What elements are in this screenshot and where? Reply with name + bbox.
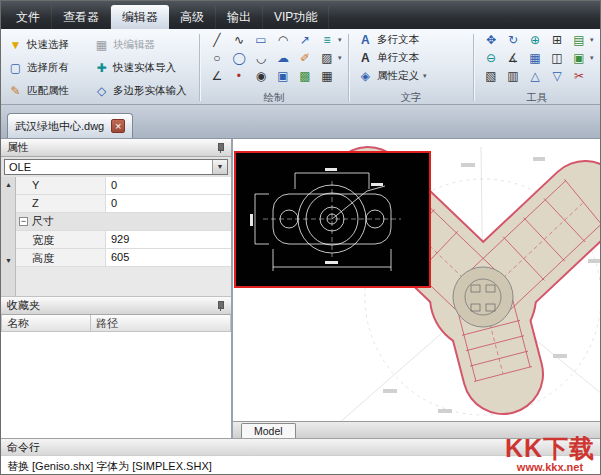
pan-icon[interactable]: ✥: [480, 33, 502, 47]
donut-tool-icon[interactable]: ◉: [250, 69, 272, 83]
trim-icon[interactable]: ✂: [568, 69, 590, 83]
measure-icon[interactable]: ∡: [502, 51, 524, 65]
spline-tool-icon[interactable]: ∿: [228, 33, 250, 47]
ribbon-separator: [199, 34, 200, 101]
command-history-text: 替换 [Geniso.shx] 字体为 [SIMPLEX.SHX]: [7, 460, 212, 472]
mtext-icon: A: [358, 33, 373, 47]
menu-tab-output[interactable]: 输出: [216, 5, 263, 29]
draw-group-label: 绘制: [202, 91, 346, 104]
text-group-label: 文字: [351, 91, 471, 104]
chevron-down-icon[interactable]: ▼: [212, 160, 227, 174]
line-tool-icon[interactable]: ╱: [206, 33, 228, 47]
panel-icon[interactable]: ◫: [546, 51, 568, 65]
menu-tab-file[interactable]: 文件: [5, 5, 52, 29]
scroll-up-icon[interactable]: ▲: [3, 179, 14, 190]
angle-tool-icon[interactable]: ∠: [206, 69, 228, 83]
table-icon[interactable]: ▦: [524, 51, 546, 65]
zoom-in-icon[interactable]: ⊕: [524, 33, 546, 47]
document-tab[interactable]: 武汉绿地中心.dwg ×: [7, 113, 133, 138]
document-tab-label: 武汉绿地中心.dwg: [15, 119, 104, 134]
model-tab-bar: Model: [233, 421, 601, 438]
block-editor-icon: ▦: [94, 38, 109, 52]
command-line-header: 命令行: [1, 438, 600, 455]
mtext-button[interactable]: A 多行文本: [355, 33, 422, 47]
menu-tab-vip[interactable]: VIP功能: [263, 5, 329, 29]
point-tool-icon[interactable]: •: [228, 69, 250, 83]
zoom-out-icon[interactable]: ⊖: [480, 51, 502, 65]
zoom-window-icon[interactable]: ⊞: [546, 33, 568, 47]
select-all-button[interactable]: ▢ 选择所有: [5, 56, 91, 79]
favorites-panel-header: 收藏夹: [1, 297, 231, 315]
draw-flyout-arrow-icon[interactable]: ▾: [338, 36, 346, 44]
scroll-down-icon[interactable]: ▼: [3, 255, 14, 266]
gradient-tool-icon[interactable]: ▩: [294, 69, 316, 83]
rows-icon[interactable]: ▥: [502, 69, 524, 83]
quick-entity-import-button[interactable]: ✚ 快速实体导入: [91, 56, 197, 79]
ray-tool-icon[interactable]: ↗: [294, 33, 316, 47]
ole-object[interactable]: [235, 152, 430, 287]
drawing-canvas[interactable]: [233, 139, 601, 421]
entity-import-icon: ✚: [94, 61, 109, 75]
favorites-path-column[interactable]: 路径: [91, 315, 231, 332]
rectangle-tool-icon[interactable]: ▭: [250, 33, 272, 47]
quick-select-label: 快速选择: [27, 38, 69, 52]
single-text-button[interactable]: A 单行文本: [355, 51, 422, 65]
layers-icon[interactable]: ▤: [568, 33, 590, 47]
arc-tool-icon[interactable]: ◠: [272, 33, 294, 47]
triangle-up-icon[interactable]: △: [524, 69, 546, 83]
property-value[interactable]: 0: [106, 195, 231, 212]
menu-tab-viewer[interactable]: 查看器: [52, 5, 111, 29]
object-type-dropdown[interactable]: OLE ▼: [4, 159, 228, 175]
ellipse-tool-icon[interactable]: ◯: [228, 51, 250, 65]
quick-entity-import-label: 快速实体导入: [113, 61, 176, 75]
command-line-title: 命令行: [7, 441, 40, 453]
property-label: 宽度: [16, 231, 106, 248]
region-tool-icon[interactable]: ▣: [272, 69, 294, 83]
property-row-height: 高度 605: [16, 249, 231, 267]
triangle-down-icon[interactable]: ▽: [546, 69, 568, 83]
draw-flyout-arrow2-icon[interactable]: ▾: [338, 54, 346, 62]
close-document-icon[interactable]: ×: [111, 119, 125, 133]
copy-icon[interactable]: ▣: [568, 51, 590, 65]
main-area: 属性 OLE ▼ ▲ ▼ Y 0: [1, 139, 600, 438]
model-tab[interactable]: Model: [241, 423, 296, 438]
hatch-tool-icon[interactable]: ▨: [316, 51, 338, 65]
menu-tab-advanced[interactable]: 高级: [169, 5, 216, 29]
single-text-label: 单行文本: [377, 51, 419, 65]
match-properties-button[interactable]: ✎ 匹配属性: [5, 79, 91, 102]
property-label: 高度: [16, 249, 106, 266]
collapse-icon[interactable]: −: [19, 217, 28, 226]
arc2-tool-icon[interactable]: ◡: [250, 51, 272, 65]
ribbon-separator: [348, 34, 349, 101]
favorites-title: 收藏夹: [7, 298, 40, 313]
orbit-icon[interactable]: ↻: [502, 33, 524, 47]
tools-flyout-arrow2-icon[interactable]: ▾: [590, 54, 598, 62]
pin-icon[interactable]: [215, 300, 225, 312]
pin-icon[interactable]: [215, 142, 225, 154]
object-type-value: OLE: [5, 161, 31, 173]
tools-flyout-arrow-icon[interactable]: ▾: [590, 36, 598, 44]
favorites-list[interactable]: [1, 332, 231, 438]
favorites-name-column[interactable]: 名称: [1, 315, 91, 332]
circle-tool-icon[interactable]: ○: [206, 51, 228, 65]
revision-cloud-icon[interactable]: ☁: [272, 51, 294, 65]
property-group-label: 尺寸: [32, 214, 54, 229]
quick-select-button[interactable]: ▼ 快速选择: [5, 33, 91, 56]
property-row-z: Z 0: [16, 195, 231, 213]
match-properties-icon: ✎: [8, 84, 23, 98]
object-selector-wrap: OLE ▼: [1, 157, 231, 177]
ribbon: ▼ 快速选择 ▢ 选择所有 ✎ 匹配属性 ▦ 块编辑器 ✚ 快速实体导入: [1, 29, 600, 105]
attribute-flyout-arrow-icon: ▾: [423, 72, 431, 80]
polygon-entity-input-button[interactable]: ◇ 多边形实体输入: [91, 79, 197, 102]
hatch2-icon[interactable]: ▧: [480, 69, 502, 83]
attribute-define-button[interactable]: ◈ 属性定义 ▾: [355, 69, 434, 83]
single-text-icon: A: [358, 51, 373, 65]
property-value[interactable]: 0: [106, 177, 231, 194]
property-value[interactable]: 929: [106, 231, 231, 248]
mline-tool-icon[interactable]: ≡: [316, 33, 338, 47]
block-editor-button[interactable]: ▦ 块编辑器: [91, 33, 197, 56]
menu-tab-editor[interactable]: 编辑器: [111, 5, 169, 29]
sketch-tool-icon[interactable]: ✐: [294, 51, 316, 65]
property-value[interactable]: 605: [106, 249, 231, 266]
table-tool-icon[interactable]: ▦: [316, 69, 338, 83]
